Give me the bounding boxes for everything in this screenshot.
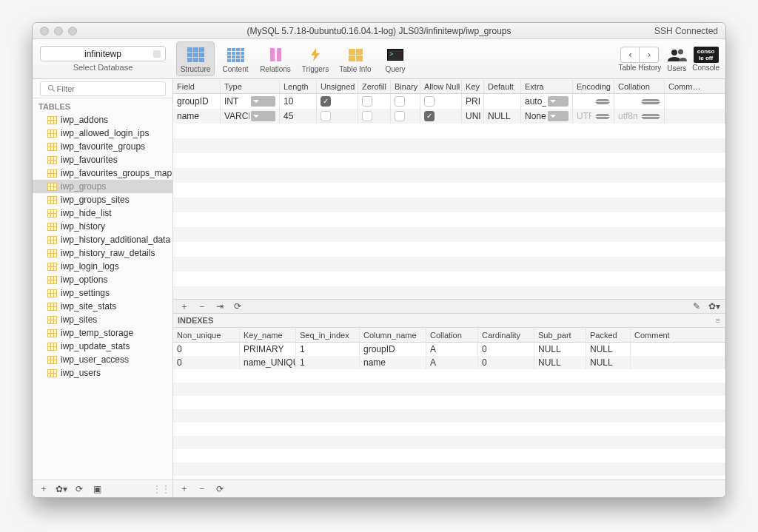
cell-extra[interactable]: None [521, 109, 573, 124]
cell-collation[interactable]: utf8mb4_ [614, 109, 665, 124]
history-forward-button[interactable]: › [640, 47, 659, 63]
index-row[interactable]: 0PRIMARY1groupIDA0NULLNULL [173, 343, 725, 356]
indexes-view-toggle[interactable]: ≡ [716, 316, 721, 325]
header-comment[interactable]: Comm… [665, 79, 725, 93]
idx-packed[interactable]: NULL [586, 343, 631, 356]
header-collation[interactable]: Collation [614, 79, 665, 93]
index-row[interactable]: 0name_UNIQUE1nameA0NULLNULL [173, 356, 725, 369]
window-zoom-button[interactable] [68, 27, 77, 36]
idx-comment[interactable] [631, 343, 725, 356]
cell-extra[interactable]: auto_in… [521, 94, 573, 109]
table-item[interactable]: iwp_history [33, 220, 172, 233]
cell-zerofill[interactable] [358, 94, 391, 109]
query-tab[interactable]: Query [376, 41, 415, 76]
database-select[interactable]: infinitewp [40, 46, 166, 61]
cell-encoding[interactable] [573, 94, 614, 109]
table-item[interactable]: iwp_sites [33, 313, 172, 326]
content-tab[interactable]: Content [216, 41, 255, 76]
cell-unsigned[interactable] [317, 109, 358, 124]
table-item[interactable]: iwp_favourites_groups_map [33, 166, 172, 180]
table-actions-button[interactable]: ✿▾ [53, 482, 70, 496]
cell-allownull[interactable] [420, 94, 462, 109]
header-default[interactable]: Default [484, 79, 521, 93]
idx-subpart[interactable]: NULL [534, 356, 586, 369]
cell-key[interactable]: PRI [462, 94, 484, 109]
idx-column[interactable]: groupID [360, 343, 426, 356]
idx-comment[interactable] [631, 356, 725, 369]
collapse-handle[interactable]: ⋮⋮ [153, 482, 170, 496]
idx-seq[interactable]: 1 [296, 356, 360, 369]
cell-type[interactable]: INT [221, 94, 280, 109]
column-row[interactable]: nameVARCHAR45UNINULLNoneUTF-8utf8mb4_ [173, 109, 725, 124]
idx-cardinality[interactable]: 0 [478, 343, 534, 356]
cell-comment[interactable] [665, 94, 725, 109]
users-button[interactable]: Users [665, 46, 688, 73]
cell-field[interactable]: groupID [173, 94, 221, 109]
idx-column[interactable]: name [360, 356, 426, 369]
cell-type[interactable]: VARCHAR [221, 109, 280, 124]
header-encoding[interactable]: Encoding [573, 79, 614, 93]
header-length[interactable]: Length [280, 79, 317, 93]
cell-default[interactable]: NULL [484, 109, 521, 124]
idx-header-packed[interactable]: Packed [586, 328, 631, 342]
idx-subpart[interactable]: NULL [534, 343, 586, 356]
console-button[interactable]: console off Console [692, 47, 720, 72]
refresh-columns-button[interactable]: ⟳ [229, 300, 246, 312]
cell-field[interactable]: name [173, 109, 221, 124]
table-item[interactable]: iwp_login_logs [33, 260, 172, 273]
idx-collation[interactable]: A [426, 356, 478, 369]
duplicate-column-button[interactable]: ⇥ [212, 300, 228, 312]
idx-header-nonunique[interactable]: Non_unique [173, 328, 240, 342]
table-item[interactable]: iwp_addons [33, 113, 172, 127]
cell-key[interactable]: UNI [462, 109, 484, 124]
table-item[interactable]: iwp_history_raw_details [33, 246, 172, 260]
cell-allownull[interactable] [420, 109, 462, 124]
cell-comment[interactable] [665, 109, 725, 124]
idx-cardinality[interactable]: 0 [478, 356, 534, 369]
cell-default[interactable] [484, 94, 521, 109]
idx-keyname[interactable]: name_UNIQUE [240, 356, 296, 369]
table-item[interactable]: iwp_update_stats [33, 340, 172, 353]
cell-length[interactable]: 45 [280, 109, 317, 124]
idx-header-seq[interactable]: Seq_in_index [296, 328, 360, 342]
idx-nonunique[interactable]: 0 [173, 356, 240, 369]
refresh-tables-button[interactable]: ⟳ [71, 482, 87, 496]
header-binary[interactable]: Binary [391, 79, 420, 93]
cell-collation[interactable] [614, 94, 665, 109]
edit-columns-button[interactable]: ✎ [688, 300, 705, 312]
idx-header-column[interactable]: Column_name [360, 328, 426, 342]
filter-input[interactable] [40, 81, 166, 96]
header-type[interactable]: Type [221, 79, 280, 93]
table-item[interactable]: iwp_groups [33, 180, 172, 193]
table-item[interactable]: iwp_options [33, 273, 172, 286]
header-allownull[interactable]: Allow Null [420, 79, 462, 93]
table-item[interactable]: iwp_temp_storage [33, 326, 172, 340]
table-item[interactable]: iwp_groups_sites [33, 193, 172, 206]
header-key[interactable]: Key [462, 79, 484, 93]
refresh-indexes-button[interactable]: ⟳ [212, 482, 228, 496]
columns-settings-button[interactable]: ✿▾ [706, 300, 722, 312]
cell-zerofill[interactable] [358, 109, 391, 124]
add-column-button[interactable]: ＋ [176, 300, 192, 312]
remove-column-button[interactable]: － [194, 300, 210, 312]
window-minimize-button[interactable] [54, 27, 63, 36]
table-item[interactable]: iwp_settings [33, 286, 172, 300]
header-unsigned[interactable]: Unsigned [317, 79, 358, 93]
column-row[interactable]: groupIDINT10PRIauto_in… [173, 94, 725, 109]
add-table-button[interactable]: ＋ [36, 482, 52, 496]
table-item[interactable]: iwp_favourites [33, 153, 172, 166]
tableinfo-tab[interactable]: Table Info [336, 41, 375, 76]
table-item[interactable]: iwp_users [33, 366, 172, 380]
idx-header-cardinality[interactable]: Cardinality [478, 328, 534, 342]
table-item[interactable]: iwp_favourite_groups [33, 140, 172, 153]
relations-tab[interactable]: Relations [256, 41, 295, 76]
cell-unsigned[interactable] [317, 94, 358, 109]
idx-seq[interactable]: 1 [296, 343, 360, 356]
cell-binary[interactable] [391, 94, 420, 109]
table-item[interactable]: iwp_allowed_login_ips [33, 127, 172, 140]
cell-encoding[interactable]: UTF-8 [573, 109, 614, 124]
header-extra[interactable]: Extra [521, 79, 573, 93]
idx-header-keyname[interactable]: Key_name [240, 328, 296, 342]
remove-index-button[interactable]: － [194, 482, 210, 496]
header-field[interactable]: Field [173, 79, 221, 93]
